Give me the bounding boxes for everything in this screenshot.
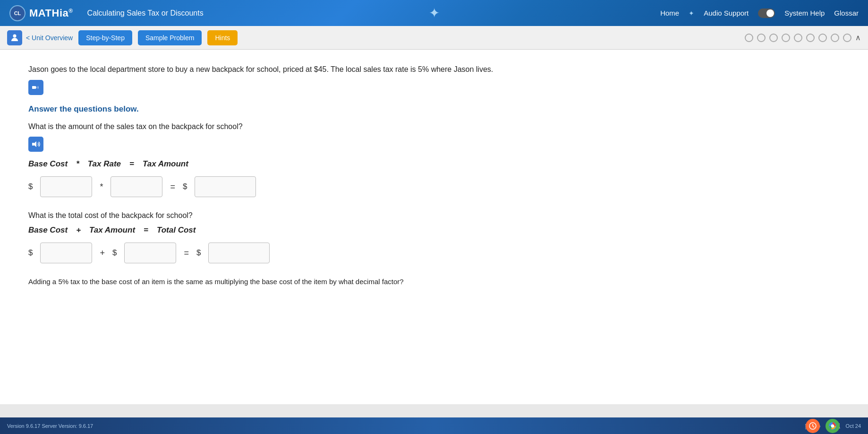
input2-result[interactable] [208,243,270,263]
logo-name: MATHia® [29,7,73,19]
input1-equals: = [170,182,175,192]
formula1-base-cost: Base Cost [28,159,68,169]
input-row-1: $ * = $ [28,176,840,197]
logo-area: CL MATHia® [9,5,73,21]
chrome-icon [828,422,837,430]
audio-support-link[interactable]: Audio Support [704,9,749,17]
audio-toggle[interactable] [758,9,775,18]
unit-overview-link[interactable]: < Unit Overview [26,34,73,42]
audio-button[interactable] [28,80,43,95]
progress-circle-6 [806,34,815,42]
progress-circle-3 [769,34,778,42]
sub-header-icon [7,30,22,45]
taskbar-icon-1[interactable] [806,419,820,433]
input1-operator: * [100,182,103,192]
svg-point-6 [831,424,834,427]
formula2-base-cost: Base Cost [28,226,68,235]
question2-text: What is the total cost of the backpack f… [28,211,840,220]
formula2-total-cost: Total Cost [157,226,196,235]
taskbar-icon-2[interactable] [825,419,840,433]
formula2-op: + [76,226,81,235]
input2-result-dollar: $ [196,248,201,258]
taskbar-icons [806,417,840,434]
formula1-tax-rate: Tax Rate [88,159,121,169]
formula1-tax-amount: Tax Amount [143,159,188,169]
glossary-link[interactable]: Glossar [834,9,859,17]
hints-button[interactable]: Hints [207,30,238,45]
problem-text: Jason goes to the local department store… [28,64,840,75]
star-icon-header: ✦ [689,9,694,17]
formula-row-2: Base Cost + Tax Amount = Total Cost [28,226,840,235]
formula2-equals: = [144,226,148,235]
progress-circle-9 [843,34,851,42]
formula1-op: * [76,159,79,169]
chevron-up-icon[interactable]: ∧ [855,33,861,42]
logo-initials: CL [14,10,21,16]
svg-rect-2 [32,86,34,89]
input1-result-dollar: $ [183,182,187,191]
audio-button-q1[interactable] [28,137,43,152]
person-icon [10,34,19,42]
input2-dollar1: $ [28,248,33,258]
question3-text: Adding a 5% tax to the base cost of an i… [28,278,840,286]
sample-problem-button[interactable]: Sample Problem [138,30,202,45]
input2-dollar2: $ [112,248,117,258]
audio-icon-q1 [32,140,40,148]
page-title: Calculating Sales Tax or Discounts [87,9,204,17]
input2-equals: = [184,248,189,258]
date-text: Oct 24 [846,423,861,429]
progress-circle-7 [818,34,827,42]
progress-circle-8 [831,34,839,42]
sub-header: < Unit Overview Step-by-Step Sample Prob… [0,26,868,50]
input1-dollar: $ [28,182,33,191]
audio-icon [32,83,40,92]
header: CL MATHia® Calculating Sales Tax or Disc… [0,0,868,26]
formula-row-1: Base Cost * Tax Rate = Tax Amount [28,159,840,169]
system-help-link[interactable]: System Help [784,9,825,17]
answer-section-title: Answer the questions below. [28,104,840,114]
input2-tax-amount[interactable] [124,243,176,263]
logo-circle: CL [9,5,26,21]
home-link[interactable]: Home [660,9,679,17]
input1-tax-rate[interactable] [111,176,162,197]
main-content: Jason goes to the local department store… [0,50,868,404]
formula1-equals: = [129,159,134,169]
progress-circle-1 [745,34,753,42]
star-icon: ✦ [429,5,440,21]
bottom-bar: Version 9.6.17 Server Version: 9.6.17 ⬚ … [0,417,868,434]
progress-circle-4 [782,34,790,42]
progress-circle-5 [794,34,802,42]
taskbar-svg-1 [809,422,817,430]
input2-operator: + [100,248,105,258]
formula2-tax-amount: Tax Amount [89,226,135,235]
progress-circles: ∧ [745,33,861,42]
input-row-2: $ + $ = $ [28,243,840,263]
input1-base-cost[interactable] [40,176,92,197]
question1-text: What is the amount of the sales tax on t… [28,122,840,131]
step-by-step-button[interactable]: Step-by-Step [78,30,132,45]
version-text: Version 9.6.17 Server Version: 9.6.17 [7,423,93,429]
header-right: Home ✦ Audio Support System Help Glossar [660,9,859,18]
input1-result[interactable] [195,176,256,197]
progress-circle-2 [757,34,766,42]
svg-point-0 [13,34,17,37]
input2-base-cost[interactable] [40,243,92,263]
svg-rect-3 [32,143,34,146]
